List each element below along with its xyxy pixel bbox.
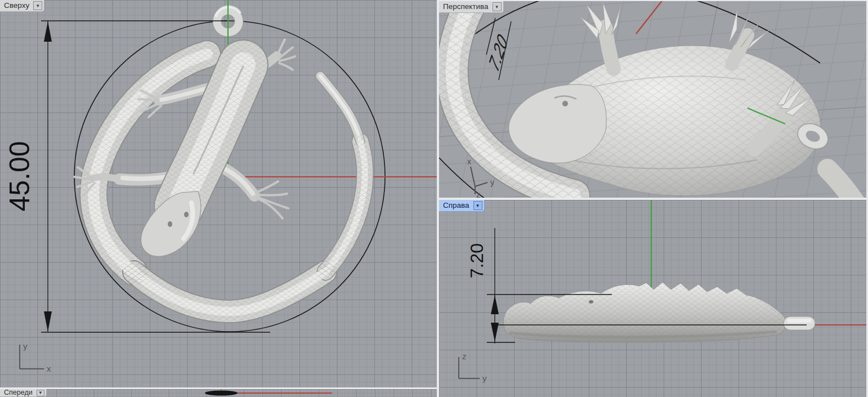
- right-view-scene: 7.20 z y: [439, 200, 866, 397]
- viewport-right-view[interactable]: 7.20 z y Справа ▾: [439, 200, 866, 397]
- viewport-perspective-view[interactable]: 7.20 x y z Перспектива ▾: [439, 1, 866, 198]
- cad-four-viewport-window: 45.00 y x Сверху ▾: [0, 0, 868, 397]
- lizard-model-top-view[interactable]: [74, 39, 365, 311]
- viewport-title: Сверху: [0, 1, 33, 10]
- viewport-title: Спереди: [0, 389, 37, 397]
- svg-text:x: x: [467, 157, 471, 166]
- front-view-scene: [0, 389, 437, 397]
- svg-text:x: x: [47, 364, 51, 373]
- viewport-label-right[interactable]: Справа ▾: [439, 200, 485, 212]
- pendant-bail-side: [784, 316, 815, 330]
- viewport-top-view[interactable]: 45.00 y x Сверху ▾: [0, 0, 437, 387]
- svg-text:z: z: [462, 351, 467, 361]
- svg-text:y: y: [482, 373, 487, 383]
- svg-text:z: z: [476, 190, 480, 198]
- axis-indicator-top: y x: [20, 341, 51, 373]
- viewport-label-top[interactable]: Сверху ▾: [0, 0, 44, 12]
- viewport-front-view[interactable]: Спереди ▾: [0, 389, 437, 397]
- svg-text:y: y: [490, 178, 494, 187]
- chevron-down-icon[interactable]: ▾: [493, 2, 502, 11]
- viewport-label-front[interactable]: Спереди ▾: [0, 389, 47, 397]
- chevron-down-icon[interactable]: ▾: [473, 201, 482, 210]
- axis-indicator-right: z y: [459, 351, 487, 383]
- dimension-7.2-text: 7.20: [467, 243, 487, 278]
- lizard-model-perspective[interactable]: [453, 1, 857, 198]
- top-view-scene: 45.00 y x: [0, 0, 437, 387]
- viewport-title: Справа: [439, 201, 473, 210]
- svg-text:y: y: [23, 341, 28, 351]
- viewport-title: Перспектива: [439, 2, 493, 11]
- dimension-7.2-text-perspective: 7.20: [486, 29, 511, 76]
- lizard-model-front-view[interactable]: [205, 391, 238, 396]
- chevron-down-icon[interactable]: ▾: [33, 1, 42, 10]
- dimension-45-text: 45.00: [4, 141, 35, 211]
- perspective-scene: 7.20 x y z: [439, 1, 866, 198]
- viewport-label-perspective[interactable]: Перспектива ▾: [439, 1, 504, 13]
- dimension-7.2-perspective: 7.20: [486, 18, 511, 80]
- lizard-model-side-view[interactable]: [503, 282, 815, 342]
- chevron-down-icon[interactable]: ▾: [37, 390, 44, 396]
